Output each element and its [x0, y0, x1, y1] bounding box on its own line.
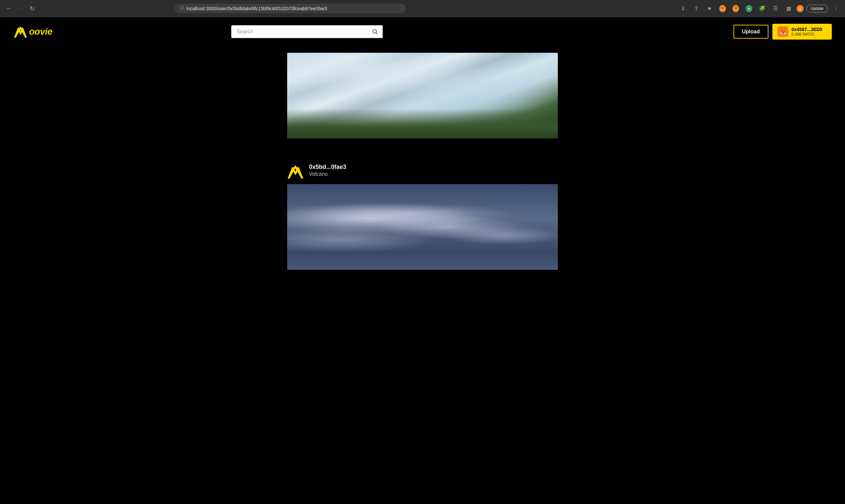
search-input[interactable] [231, 25, 367, 38]
circle-logo-icon[interactable]: ● [744, 3, 754, 14]
search-bar[interactable] [231, 25, 383, 38]
search-icon [372, 29, 378, 35]
header-right: Upload 🦊 0x4587...3ED0 0.489 MATIC [734, 24, 832, 40]
lock-icon: ⓘ [180, 6, 184, 11]
search-button[interactable] [367, 25, 383, 38]
browser-nav-buttons: ← → ↻ [4, 4, 37, 14]
profile-icon[interactable]: S [796, 5, 804, 12]
video-meta-2: 0x5bd...0fae3 Volcano [309, 164, 346, 177]
puzzle-icon[interactable]: 🧩 [757, 3, 768, 14]
bookmark-icon[interactable]: ★ [704, 3, 715, 14]
main-content: 0x5bd...0fae3 Volcano [0, 46, 845, 296]
back-button[interactable]: ← [4, 4, 14, 13]
wallet-address: 0x4587...3ED0 [792, 27, 822, 32]
wallet-balance: 0.489 MATIC [792, 32, 822, 37]
logo-m-icon [13, 24, 28, 39]
video-thumbnail-2[interactable] [287, 184, 558, 270]
metamask-fox-icon[interactable]: 🦊 [717, 3, 728, 14]
url-text: localhost:3000/user/0x5bdbfab49fc15bf9c8… [187, 6, 327, 11]
thumbnail-sky-bg [287, 184, 558, 270]
wallet-info: 0x4587...3ED0 0.489 MATIC [792, 27, 822, 37]
video-card-1 [287, 53, 558, 139]
metamask-avatar: 🦊 [719, 5, 726, 12]
uploader-avatar-2 [287, 164, 304, 180]
video-thumbnail-1[interactable] [287, 53, 558, 139]
reload-button[interactable]: ↻ [28, 4, 37, 14]
pip-icon[interactable]: ▦ [783, 3, 794, 14]
browser-actions: ⇓ ⇪ ★ 🦊 🦊 ● 🧩 ☰ ▦ S Update ⋮ [677, 3, 841, 14]
wallet-fox-icon: 🦊 [778, 26, 788, 37]
browser-chrome: ← → ↻ ⓘ localhost:3000/user/0x5bdbfab49f… [0, 0, 845, 17]
uploader-address-2: 0x5bd...0fae3 [309, 164, 346, 170]
forward-button[interactable]: → [16, 4, 26, 13]
logo-text: oovie [29, 26, 52, 37]
download-icon[interactable]: ⇓ [677, 3, 688, 14]
video-title-2: Volcano [309, 171, 346, 177]
share-icon[interactable]: ⇪ [691, 3, 701, 14]
update-button[interactable]: Update [806, 5, 828, 13]
video-info-2: 0x5bd...0fae3 Volcano [287, 158, 558, 184]
address-bar[interactable]: ⓘ localhost:3000/user/0x5bdbfab49fc15bf9… [175, 4, 406, 13]
menu-icon[interactable]: ☰ [770, 3, 781, 14]
extension-fox-icon[interactable]: 🦊 [730, 3, 741, 14]
logo-link[interactable]: oovie [13, 24, 52, 39]
wallet-button[interactable]: 🦊 0x4587...3ED0 0.489 MATIC [772, 24, 832, 40]
more-options-icon[interactable]: ⋮ [830, 3, 841, 14]
thumbnail-fabric-bg [287, 53, 558, 139]
app-header: oovie Upload 🦊 0x4587...3ED0 0.489 MATIC [0, 17, 845, 46]
svg-line-1 [376, 33, 377, 34]
metamask-ext: 🦊 [733, 5, 739, 12]
green-circle-icon: ● [746, 5, 752, 12]
upload-button[interactable]: Upload [734, 25, 769, 39]
video-card-2: 0x5bd...0fae3 Volcano [287, 158, 558, 270]
